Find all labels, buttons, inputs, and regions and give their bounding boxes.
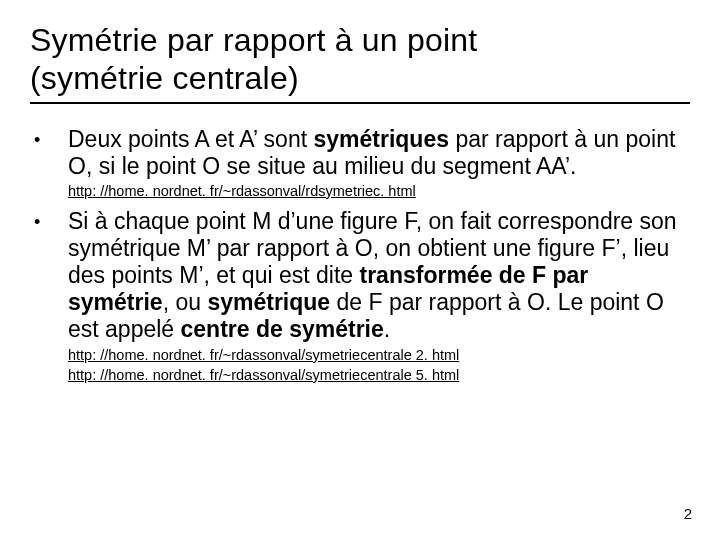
link[interactable]: http: //home. nordnet. fr/~rdassonval/sy… bbox=[68, 366, 690, 384]
text-run: , ou bbox=[163, 289, 208, 315]
slide-title: Symétrie par rapport à un point (symétri… bbox=[30, 22, 690, 98]
bullet-item-1: Deux points A et A’ sont symétriques par… bbox=[30, 126, 690, 200]
bullet-1-links: http: //home. nordnet. fr/~rdassonval/rd… bbox=[68, 182, 690, 200]
text-bold: symétriques bbox=[314, 126, 450, 152]
bullet-2-links: http: //home. nordnet. fr/~rdassonval/sy… bbox=[68, 346, 690, 384]
title-line-1: Symétrie par rapport à un point bbox=[30, 22, 477, 58]
text-run: Deux points A et A’ sont bbox=[68, 126, 314, 152]
bullet-2-text: Si à chaque point M d’une figure F, on f… bbox=[68, 208, 690, 344]
bullet-list: Deux points A et A’ sont symétriques par… bbox=[30, 126, 690, 384]
link[interactable]: http: //home. nordnet. fr/~rdassonval/rd… bbox=[68, 182, 690, 200]
link[interactable]: http: //home. nordnet. fr/~rdassonval/sy… bbox=[68, 346, 690, 364]
title-underline bbox=[30, 102, 690, 104]
bullet-item-2: Si à chaque point M d’une figure F, on f… bbox=[30, 208, 690, 384]
title-line-2: (symétrie centrale) bbox=[30, 60, 299, 96]
page-number: 2 bbox=[684, 505, 692, 522]
text-run: . bbox=[384, 316, 390, 342]
slide: Symétrie par rapport à un point (symétri… bbox=[0, 0, 720, 540]
text-bold: centre de symétrie bbox=[181, 316, 384, 342]
bullet-1-text: Deux points A et A’ sont symétriques par… bbox=[68, 126, 690, 180]
text-bold: symétrique bbox=[207, 289, 330, 315]
